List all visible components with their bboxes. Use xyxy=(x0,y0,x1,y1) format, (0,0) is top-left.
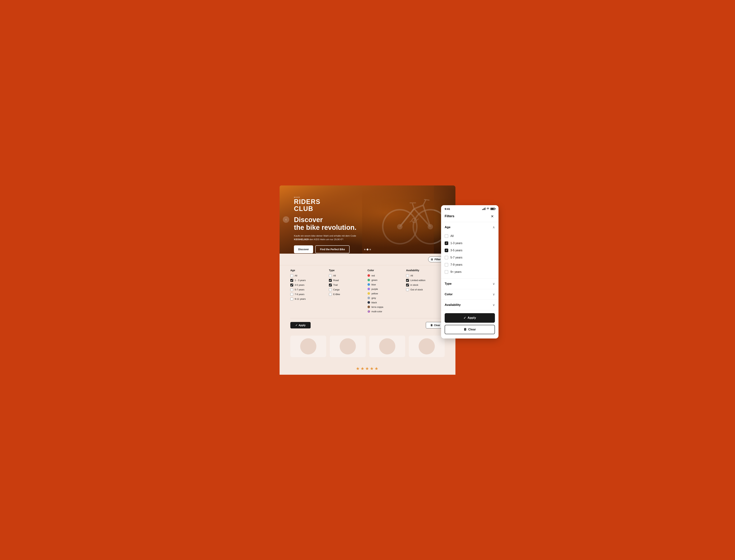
mobile-age-7-9[interactable]: 7-9 years xyxy=(445,261,495,268)
color-dot-purple xyxy=(368,288,370,290)
mobile-age-3-5[interactable]: 3-5 years xyxy=(445,247,495,254)
filter-age-all-checkbox[interactable] xyxy=(290,274,293,277)
filter-avail-outstock-checkbox[interactable] xyxy=(406,288,409,291)
hero-body: Kaufe ein woom bike deiner Wahl und erha… xyxy=(294,234,362,241)
mobile-type-section: Type ∨ xyxy=(441,279,499,289)
filter-age-7-9-checkbox[interactable] xyxy=(290,293,293,296)
mobile-clear-button[interactable]: 🗑 Clear xyxy=(445,325,495,334)
mobile-color-section-title: Color xyxy=(445,293,453,296)
mobile-age-3-5-checkbox[interactable] xyxy=(445,249,448,252)
filter-type-road[interactable]: Road xyxy=(329,279,364,282)
trash-icon: 🗑 xyxy=(430,324,433,327)
discover-button[interactable]: Discover xyxy=(294,245,313,253)
filter-columns: Age All 1 - 3 years 3-5 years 5-7 years … xyxy=(290,269,445,318)
filter-color-grey[interactable]: grey xyxy=(368,297,403,299)
filter-availability-title: Availability xyxy=(406,269,441,272)
filter-type-trail[interactable]: Trail xyxy=(329,284,364,286)
filter-avail-instock-checkbox[interactable] xyxy=(406,284,409,286)
mobile-close-button[interactable]: ✕ xyxy=(490,214,495,219)
filter-type-ebike-checkbox[interactable] xyxy=(329,293,332,296)
mobile-apply-button[interactable]: ✓ Apply xyxy=(445,313,495,323)
filter-type-title: Type xyxy=(329,269,364,272)
color-dot-blue xyxy=(368,283,370,286)
mobile-age-all-checkbox[interactable] xyxy=(445,234,448,238)
filter-age-3-5-checkbox[interactable] xyxy=(290,284,293,286)
mobile-age-options: All 1-3 years 3-5 years 5-7 years 7-9 ye… xyxy=(441,232,499,278)
filter-label: Filter xyxy=(435,258,441,261)
check-icon: ✓ xyxy=(295,324,297,327)
filter-color-blue[interactable]: blue xyxy=(368,283,403,286)
mobile-type-section-title: Type xyxy=(445,282,452,286)
filter-color-column: Color red green blue purple xyxy=(368,269,406,315)
filter-color-red[interactable]: red xyxy=(368,274,403,277)
filter-color-multi[interactable]: multi-color xyxy=(368,310,403,313)
product-item-3[interactable] xyxy=(369,336,405,357)
woom-logo: woom RIDERS CLUB xyxy=(294,196,362,212)
filter-color-green[interactable]: green xyxy=(368,279,403,281)
mobile-availability-section-header[interactable]: Availability ∨ xyxy=(441,300,499,310)
filter-type-road-checkbox[interactable] xyxy=(329,279,332,282)
filter-age-9-11-checkbox[interactable] xyxy=(290,298,293,300)
mobile-type-section-header[interactable]: Type ∨ xyxy=(441,279,499,289)
filter-avail-all[interactable]: All xyxy=(406,274,441,277)
filter-avail-outstock[interactable]: Out of stock xyxy=(406,288,441,291)
carousel-dot-1[interactable] xyxy=(364,249,365,250)
mobile-color-chevron-down-icon: ∨ xyxy=(493,292,495,296)
product-item-4[interactable] xyxy=(409,336,445,357)
mobile-age-5-7-checkbox[interactable] xyxy=(445,256,448,259)
carousel-dots xyxy=(364,249,371,250)
filter-type-all-checkbox[interactable] xyxy=(329,274,332,277)
filter-type-all[interactable]: All xyxy=(329,274,364,277)
filter-age-5-7[interactable]: 5-7 years xyxy=(290,288,325,291)
filter-type-ebike[interactable]: E-Bike xyxy=(329,293,364,296)
filter-avail-limited-checkbox[interactable] xyxy=(406,279,409,282)
star-rating-bar: ★★★★★ xyxy=(279,364,456,375)
mobile-age-section-header[interactable]: Age ∧ xyxy=(441,222,499,232)
filter-type-cargo-checkbox[interactable] xyxy=(329,288,332,291)
product-item-2[interactable] xyxy=(330,336,366,357)
product-item-1[interactable] xyxy=(290,336,326,357)
mobile-age-1-3-checkbox[interactable] xyxy=(445,241,448,245)
filter-color-purple[interactable]: purple xyxy=(368,288,403,290)
filter-avail-instock[interactable]: in stock xyxy=(406,284,441,286)
filter-actions: ✓ Apply 🗑 Clear xyxy=(290,322,445,328)
color-dot-grey xyxy=(368,297,370,299)
filter-color-yellow[interactable]: yellow xyxy=(368,292,403,295)
mobile-age-9plus[interactable]: 9+ years xyxy=(445,268,495,276)
mobile-age-chevron-up-icon: ∧ xyxy=(493,225,495,229)
apply-button[interactable]: ✓ Apply xyxy=(290,322,310,328)
mobile-color-section-header[interactable]: Color ∨ xyxy=(441,289,499,300)
mobile-age-5-7[interactable]: 5-7 years xyxy=(445,254,495,261)
product-circle-3 xyxy=(379,338,395,354)
filter-age-all[interactable]: All xyxy=(290,274,325,277)
mobile-type-chevron-down-icon: ∨ xyxy=(493,282,495,286)
filter-avail-limited[interactable]: Limited edition xyxy=(406,279,441,282)
filter-age-1-3[interactable]: 1 - 3 years xyxy=(290,279,325,282)
mobile-age-9plus-checkbox[interactable] xyxy=(445,270,448,274)
filter-age-5-7-checkbox[interactable] xyxy=(290,288,293,291)
star-rating: ★★★★★ xyxy=(356,366,379,371)
filter-age-7-9[interactable]: 7-9 years xyxy=(290,293,325,296)
mobile-age-7-9-checkbox[interactable] xyxy=(445,263,448,267)
filter-age-1-3-checkbox[interactable] xyxy=(290,279,293,282)
filter-color-black[interactable]: black xyxy=(368,301,403,304)
filter-type-cargo[interactable]: Cargo xyxy=(329,288,364,291)
mobile-age-1-3[interactable]: 1-3 years xyxy=(445,240,495,247)
hero-buttons: Discover Find the Perfect Bike xyxy=(294,245,362,253)
filter-avail-all-checkbox[interactable] xyxy=(406,274,409,277)
find-perfect-bike-button[interactable]: Find the Perfect Bike xyxy=(315,245,349,253)
filter-bar: ⊟ Filter 1 × xyxy=(279,254,456,265)
mobile-availability-section-title: Availability xyxy=(445,303,461,307)
filter-type-trail-checkbox[interactable] xyxy=(329,284,332,286)
carousel-prev-button[interactable]: ‹ xyxy=(283,216,289,223)
filter-age-3-5[interactable]: 3-5 years xyxy=(290,284,325,286)
carousel-dot-2[interactable] xyxy=(366,249,369,250)
mobile-age-all[interactable]: All xyxy=(445,232,495,240)
carousel-dot-3[interactable] xyxy=(370,249,371,250)
filter-content: Age All 1 - 3 years 3-5 years 5-7 years … xyxy=(279,265,456,334)
mobile-time: 9:41 xyxy=(445,207,450,210)
filter-age-9-11[interactable]: 9-11 years xyxy=(290,298,325,300)
mobile-age-section-title: Age xyxy=(445,225,451,229)
color-dot-black xyxy=(368,301,370,304)
filter-color-terra[interactable]: terra coppa xyxy=(368,306,403,308)
